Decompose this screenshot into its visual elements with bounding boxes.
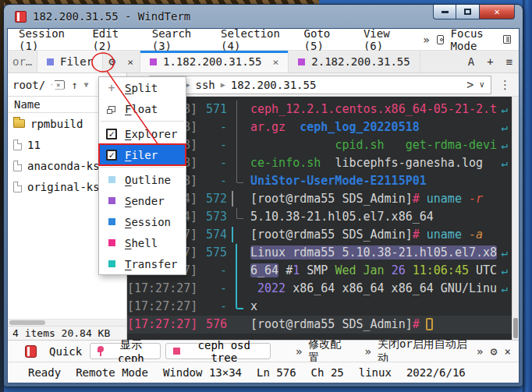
fold-marker[interactable] bbox=[229, 226, 246, 244]
terminal-text: ce-info.sh libcephfs-ganesha.log↵ bbox=[246, 154, 512, 172]
quickbar-close-icon[interactable]: × bbox=[505, 345, 511, 358]
minimize-button[interactable] bbox=[433, 5, 456, 19]
text-segment: [root@rdma55 SDS_Admin] bbox=[250, 192, 413, 206]
session-list-icon[interactable]: ≡ bbox=[500, 51, 519, 72]
menubar: Session (1)Edit (2)Search (3)Selection (… bbox=[8, 29, 519, 51]
indent-guide bbox=[229, 136, 246, 154]
label-post: hell bbox=[131, 237, 158, 249]
menu-search[interactable]: Search (3) bbox=[152, 28, 199, 52]
toggle-panel-icon[interactable] bbox=[503, 35, 511, 44]
menu-item-split[interactable]: +Split bbox=[99, 77, 186, 98]
quick-button-ceph-osd-tree[interactable]: ceph osd tree bbox=[165, 343, 271, 359]
selection: 6_64 bbox=[250, 263, 278, 277]
menu-item-outline[interactable]: Outline bbox=[99, 169, 186, 190]
split-icon: + bbox=[108, 81, 115, 95]
text-segment: ce-info.sh bbox=[250, 156, 321, 170]
text-segment: UTC bbox=[476, 263, 497, 277]
window-controls: ✕ bbox=[433, 5, 515, 19]
label-post: ransfer bbox=[131, 258, 177, 270]
font-size-icon[interactable]: A bbox=[462, 51, 481, 72]
label-post: ender bbox=[131, 195, 164, 207]
focus-mode-label[interactable]: Focus Mode bbox=[451, 28, 497, 52]
protocol-label[interactable]: ssh bbox=[195, 79, 215, 91]
checkbox-checked-icon[interactable]: ✓ bbox=[106, 150, 117, 161]
quickbar-overflow-icon[interactable]: » bbox=[477, 345, 483, 358]
line-number: 576 bbox=[197, 316, 229, 334]
terminal-scrollbar[interactable] bbox=[512, 97, 519, 340]
indent-guide bbox=[229, 280, 246, 298]
menu-item-filer[interactable]: ✓Filer bbox=[99, 144, 186, 165]
menu-item-sender[interactable]: Sender bbox=[99, 190, 186, 211]
maximize-button[interactable] bbox=[456, 5, 479, 19]
new-session-icon[interactable]: + bbox=[481, 51, 499, 72]
menu-item-explorer[interactable]: ✓Explorer bbox=[99, 123, 186, 144]
quick-button-显示ceph[interactable]: 显示ceph bbox=[90, 343, 160, 359]
status-2022616: 2022/6/16 bbox=[406, 366, 466, 379]
current-path[interactable]: root/ bbox=[12, 79, 45, 91]
address-dropdown-icon[interactable]: ∨ bbox=[479, 79, 484, 90]
more-options-icon[interactable]: ⋮ bbox=[498, 78, 512, 92]
text-segment: ceph_log_20220518 bbox=[300, 120, 420, 134]
menu-session[interactable]: Session (1) bbox=[19, 28, 70, 52]
indent-guide bbox=[229, 298, 246, 316]
menu-edit[interactable]: Edit (2) bbox=[92, 28, 129, 52]
tab-filer[interactable]: Filer bbox=[37, 51, 103, 72]
titlebar[interactable]: 182.200.31.55 - WindTerm ✕ bbox=[7, 5, 520, 28]
text-segment: ceph_12.2.1.centos.x86_64-05-21-2.t bbox=[250, 102, 497, 116]
menu-item-session[interactable]: Session bbox=[99, 211, 186, 232]
checkbox-checked-icon[interactable]: ✓ bbox=[106, 129, 117, 139]
terminal-line: [17:27:27]- 2022 x86_64 x86_64 x86_64 GN… bbox=[127, 280, 512, 298]
text-segment bbox=[286, 120, 300, 134]
path-dropdown-icon[interactable]: ▼ bbox=[84, 80, 89, 89]
terminal-text: 5.10.38-21.hl05.el7.x86_64 bbox=[246, 208, 512, 226]
host-label[interactable]: 182.200.31.55 bbox=[231, 79, 317, 91]
menu-goto[interactable]: Goto (5) bbox=[304, 28, 342, 52]
label-post: plit bbox=[131, 82, 158, 94]
text-segment: 26 bbox=[392, 263, 406, 277]
quickbar-gear-icon[interactable]: ⚙ bbox=[491, 344, 498, 358]
menu-item-float[interactable]: Float bbox=[99, 98, 186, 119]
group-overflow-icon[interactable]: » bbox=[296, 345, 302, 358]
tab-label: Filer bbox=[60, 55, 93, 68]
tab-close-icon[interactable]: × bbox=[272, 56, 278, 68]
filer-horizontal-scrollbar[interactable] bbox=[8, 319, 126, 326]
up-directory-icon[interactable]: ↑ bbox=[71, 79, 77, 91]
menu-item-label: Explorer bbox=[125, 128, 177, 140]
text-segment bbox=[250, 138, 335, 152]
wrap-icon: ↵ bbox=[502, 154, 508, 172]
close-button[interactable]: ✕ bbox=[479, 5, 515, 19]
scrollbar-thumb[interactable] bbox=[9, 320, 45, 325]
panel-color-icon bbox=[108, 197, 115, 204]
panel-color-icon bbox=[108, 218, 115, 225]
menu-view[interactable]: View (6) bbox=[364, 28, 401, 52]
fold-collapse-icon[interactable] bbox=[232, 227, 233, 242]
text-segment: SMP bbox=[300, 263, 335, 277]
tab-gear-icon[interactable]: ⚙ bbox=[103, 51, 121, 72]
backspace-icon[interactable]: × bbox=[51, 80, 65, 90]
fold-collapse-icon[interactable] bbox=[232, 191, 233, 207]
tab-session-1[interactable]: 1.182.200.31.55× bbox=[140, 51, 289, 72]
terminal-text: 2022 x86_64 x86_64 x86_64 GNU/Linu↵ bbox=[246, 280, 512, 298]
address-bar[interactable]: i | ▶ ssh ▶ 182.200.31.55 > ∨ bbox=[149, 76, 491, 94]
tab-or[interactable]: or… bbox=[8, 51, 37, 72]
scrollbar-thumb[interactable] bbox=[513, 318, 518, 338]
text-segment: uname bbox=[427, 228, 462, 242]
windterm-window: 182.200.31.55 - WindTerm ✕ Session (1)Ed… bbox=[3, 4, 523, 387]
text-segment: ar.gz bbox=[250, 120, 286, 134]
menu-selection[interactable]: Selection (4) bbox=[221, 28, 282, 52]
tab-session-2[interactable]: 2.182.200.31.55 bbox=[289, 51, 420, 72]
view-popup-menu: +SplitFloat✓Explorer✓FilerOutlineSenderS… bbox=[98, 76, 186, 275]
menubar-right: » Focus Mode bbox=[423, 28, 511, 52]
connect-icon[interactable]: > bbox=[466, 78, 473, 92]
desktop-wallpaper-right bbox=[523, 0, 532, 392]
menubar-overflow-icon[interactable]: » bbox=[423, 34, 429, 46]
tab-close-icon[interactable]: × bbox=[121, 51, 140, 72]
label-post: utline bbox=[131, 174, 171, 186]
menu-item-shell[interactable]: Shell bbox=[99, 232, 186, 253]
group-overflow-icon[interactable]: » bbox=[365, 345, 371, 358]
fold-marker[interactable] bbox=[229, 190, 246, 208]
menu-item-transfer[interactable]: Transfer bbox=[99, 253, 186, 274]
menu-item-icon bbox=[105, 176, 118, 183]
terminal-text: [root@rdma55 SDS_Admin]# uname -r bbox=[246, 190, 512, 208]
breadcrumb-arrow-icon: ▶ bbox=[221, 80, 225, 89]
